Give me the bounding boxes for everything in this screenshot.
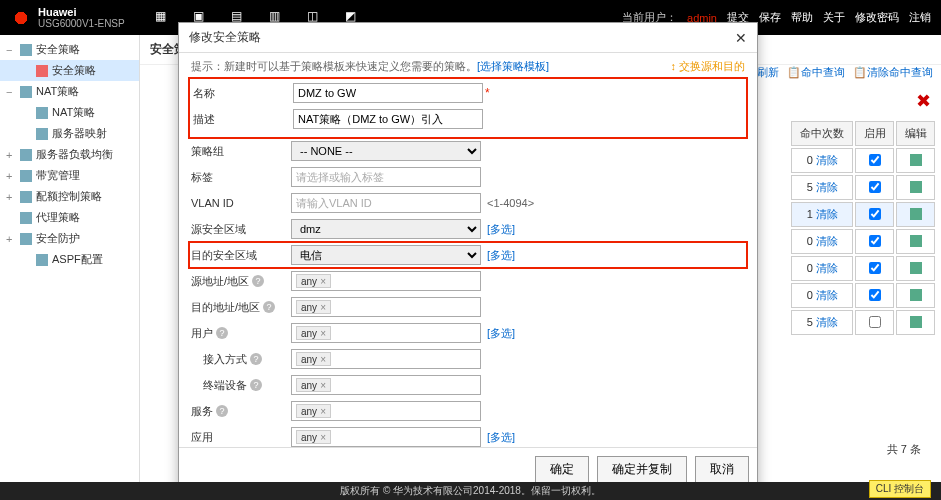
- clear-hits[interactable]: 清除: [816, 316, 838, 328]
- name-input[interactable]: [293, 83, 483, 103]
- tree-item[interactable]: −安全策略: [0, 39, 139, 60]
- tree-item[interactable]: +服务器负载均衡: [0, 144, 139, 165]
- app-multi[interactable]: [多选]: [487, 431, 515, 443]
- enable-checkbox[interactable]: [869, 316, 881, 328]
- tree-item[interactable]: ASPF配置: [0, 249, 139, 270]
- srczone-select[interactable]: dmz: [291, 219, 481, 239]
- hits-row: 0 清除: [791, 283, 935, 308]
- tree-item[interactable]: +安全防护: [0, 228, 139, 249]
- hits-row: 0 清除: [791, 148, 935, 173]
- tree-item[interactable]: 代理策略: [0, 207, 139, 228]
- dstaddr-box[interactable]: any×: [291, 297, 481, 317]
- ok-copy-button[interactable]: 确定并复制: [597, 456, 687, 483]
- clear-hits[interactable]: 清除: [816, 181, 838, 193]
- help-icon[interactable]: ?: [250, 353, 262, 365]
- ok-button[interactable]: 确定: [535, 456, 589, 483]
- dialog-title: 修改安全策略: [189, 29, 261, 46]
- swap-src-dst[interactable]: ↕ 交换源和目的: [670, 59, 745, 74]
- desc-input[interactable]: [293, 109, 483, 129]
- hits-row: 5 清除: [791, 310, 935, 335]
- tree-item[interactable]: −NAT策略: [0, 81, 139, 102]
- srczone-multi[interactable]: [多选]: [487, 223, 515, 235]
- copyright-footer: 版权所有 © 华为技术有限公司2014-2018。保留一切权利。: [0, 482, 941, 500]
- edit-policy-dialog: 修改安全策略 ✕ ↕ 交换源和目的 提示：新建时可以基于策略模板来快速定义您需要…: [178, 22, 758, 492]
- lbl-term: 终端设备?: [191, 378, 291, 393]
- cli-console-badge[interactable]: CLI 控制台: [869, 480, 931, 498]
- about-link[interactable]: 关于: [823, 10, 845, 25]
- edit-icon[interactable]: [910, 235, 922, 247]
- lbl-dstzone: 目的安全区域: [191, 248, 291, 263]
- cancel-button[interactable]: 取消: [695, 456, 749, 483]
- edit-icon[interactable]: [910, 208, 922, 220]
- access-box[interactable]: any×: [291, 349, 481, 369]
- clear-hits[interactable]: 清除: [816, 235, 838, 247]
- dstzone-multi[interactable]: [多选]: [487, 249, 515, 261]
- clear-hitlog-link[interactable]: 📋清除命中查询: [853, 65, 933, 80]
- lbl-srcaddr: 源地址/地区?: [191, 274, 291, 289]
- enable-checkbox[interactable]: [869, 262, 881, 274]
- help-icon[interactable]: ?: [250, 379, 262, 391]
- lbl-name: 名称: [193, 86, 293, 101]
- clear-hits[interactable]: 清除: [816, 208, 838, 220]
- save-link[interactable]: 保存: [759, 10, 781, 25]
- edit-icon[interactable]: [910, 262, 922, 274]
- clear-hits[interactable]: 清除: [816, 154, 838, 166]
- help-icon[interactable]: ?: [216, 405, 228, 417]
- hits-table: 命中次数 启用 编辑 0 清除 5 清除 1 清除 0 清除 0 清除 0 清除…: [789, 119, 937, 337]
- lbl-service: 服务?: [191, 404, 291, 419]
- model-name: USG6000V1-ENSP: [38, 18, 125, 29]
- required-star: *: [485, 86, 490, 100]
- clear-hits[interactable]: 清除: [816, 262, 838, 274]
- edit-icon[interactable]: [910, 154, 922, 166]
- help-link[interactable]: 帮助: [791, 10, 813, 25]
- group-select[interactable]: -- NONE --: [291, 141, 481, 161]
- help-icon[interactable]: ?: [216, 327, 228, 339]
- service-box[interactable]: any×: [291, 401, 481, 421]
- edit-icon[interactable]: [910, 316, 922, 328]
- hits-row: 0 清除: [791, 256, 935, 281]
- dstzone-select[interactable]: 电信: [291, 245, 481, 265]
- help-icon[interactable]: ?: [252, 275, 264, 287]
- enable-checkbox[interactable]: [869, 181, 881, 193]
- lbl-user: 用户?: [191, 326, 291, 341]
- srcaddr-box[interactable]: any×: [291, 271, 481, 291]
- tree-item[interactable]: +配额控制策略: [0, 186, 139, 207]
- tree-item[interactable]: +带宽管理: [0, 165, 139, 186]
- tree-item[interactable]: 服务器映射: [0, 123, 139, 144]
- edit-icon[interactable]: [910, 289, 922, 301]
- enable-checkbox[interactable]: [869, 208, 881, 220]
- app-box[interactable]: any×: [291, 427, 481, 447]
- lbl-srczone: 源安全区域: [191, 222, 291, 237]
- enable-checkbox[interactable]: [869, 154, 881, 166]
- enable-checkbox[interactable]: [869, 289, 881, 301]
- choose-template-link[interactable]: [选择策略模板]: [477, 60, 549, 72]
- logout-link[interactable]: 注销: [909, 10, 931, 25]
- lbl-app: 应用: [191, 430, 291, 445]
- enable-checkbox[interactable]: [869, 235, 881, 247]
- logo: Huawei USG6000V1-ENSP: [10, 6, 125, 29]
- term-box[interactable]: any×: [291, 375, 481, 395]
- hits-row: 1 清除: [791, 202, 935, 227]
- lbl-tags: 标签: [191, 170, 291, 185]
- clear-hits[interactable]: 清除: [816, 289, 838, 301]
- dialog-titlebar: 修改安全策略 ✕: [179, 23, 757, 53]
- brand-name: Huawei: [38, 6, 125, 18]
- user-multi[interactable]: [多选]: [487, 327, 515, 339]
- hitlog-link[interactable]: 📋命中查询: [787, 65, 845, 80]
- template-hint: 提示：新建时可以基于策略模板来快速定义您需要的策略。[选择策略模板]: [191, 59, 745, 74]
- col-enable: 启用: [855, 121, 894, 146]
- lbl-access: 接入方式?: [191, 352, 291, 367]
- help-icon[interactable]: ?: [263, 301, 275, 313]
- tags-input[interactable]: [291, 167, 481, 187]
- edit-icon[interactable]: [910, 181, 922, 193]
- close-filter-icon[interactable]: ✖: [916, 90, 931, 112]
- tree-item[interactable]: 安全策略: [0, 60, 139, 81]
- tree-item[interactable]: NAT策略: [0, 102, 139, 123]
- vlan-input[interactable]: [291, 193, 481, 213]
- user-box[interactable]: any×: [291, 323, 481, 343]
- dashboard-icon[interactable]: ▦: [155, 9, 173, 27]
- lbl-vlan: VLAN ID: [191, 197, 291, 209]
- dialog-close-icon[interactable]: ✕: [735, 30, 747, 46]
- change-pwd-link[interactable]: 修改密码: [855, 10, 899, 25]
- vlan-range: <1-4094>: [487, 197, 534, 209]
